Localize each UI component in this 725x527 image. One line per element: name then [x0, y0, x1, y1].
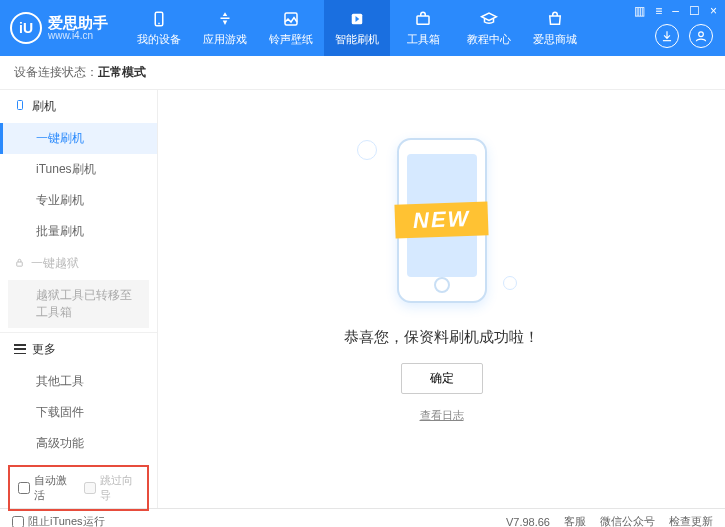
- flash-icon: [347, 9, 367, 29]
- sidebar-item-other-tools[interactable]: 其他工具: [0, 366, 157, 397]
- skin-icon[interactable]: ▥: [634, 4, 645, 18]
- logo-icon: iU: [10, 12, 42, 44]
- sidebar-header-label: 刷机: [32, 98, 56, 115]
- close-icon[interactable]: ×: [710, 4, 717, 18]
- nav-tutorials[interactable]: 教程中心: [456, 0, 522, 56]
- new-ribbon: NEW: [394, 201, 488, 238]
- sidebar-flash-header[interactable]: 刷机: [0, 90, 157, 123]
- window-controls: ▥ ≡ – ☐ ×: [634, 4, 717, 18]
- success-illustration: NEW: [357, 130, 527, 310]
- svg-rect-6: [18, 101, 23, 110]
- nav-toolbox[interactable]: 工具箱: [390, 0, 456, 56]
- footer-link-wechat[interactable]: 微信公众号: [600, 514, 655, 527]
- nav-label: 工具箱: [407, 32, 440, 47]
- sidebar-item-itunes[interactable]: iTunes刷机: [0, 154, 157, 185]
- checkbox-label: 自动激活: [34, 473, 74, 503]
- nav-bar: 我的设备 应用游戏 铃声壁纸 智能刷机 工具箱 教程中心 爱思商城: [126, 0, 588, 56]
- sidebar-item-oneclick[interactable]: 一键刷机: [0, 123, 157, 154]
- sidebar-jailbreak-header: 一键越狱: [0, 247, 157, 280]
- svg-rect-7: [17, 262, 23, 266]
- sidebar-item-pro[interactable]: 专业刷机: [0, 185, 157, 216]
- nav-my-device[interactable]: 我的设备: [126, 0, 192, 56]
- sidebar-jailbreak-note: 越狱工具已转移至工具箱: [8, 280, 149, 328]
- sidebar-more-header[interactable]: 更多: [0, 333, 157, 366]
- status-value: 正常模式: [98, 65, 146, 79]
- block-itunes-checkbox[interactable]: 阻止iTunes运行: [12, 514, 105, 527]
- nav-smart-flash[interactable]: 智能刷机: [324, 0, 390, 56]
- svg-rect-4: [417, 16, 429, 24]
- main-content: NEW 恭喜您，保资料刷机成功啦！ 确定 查看日志: [158, 90, 725, 508]
- maximize-icon[interactable]: ☐: [689, 4, 700, 18]
- skip-wizard-checkbox[interactable]: 跳过向导: [84, 473, 140, 503]
- menu-icon[interactable]: ≡: [655, 4, 662, 18]
- status-label: 设备连接状态：: [14, 65, 98, 79]
- confirm-button[interactable]: 确定: [401, 363, 483, 394]
- nav-label: 应用游戏: [203, 32, 247, 47]
- nav-label: 铃声壁纸: [269, 32, 313, 47]
- nav-ringtones[interactable]: 铃声壁纸: [258, 0, 324, 56]
- tutorial-icon: [479, 9, 499, 29]
- nav-label: 教程中心: [467, 32, 511, 47]
- app-header: iU 爱思助手 www.i4.cn 我的设备 应用游戏 铃声壁纸 智能刷机 工具…: [0, 0, 725, 56]
- checkbox-label: 跳过向导: [100, 473, 140, 503]
- flash-section-icon: [14, 99, 26, 114]
- lock-icon: [14, 257, 25, 271]
- download-button[interactable]: [655, 24, 679, 48]
- status-bar: 设备连接状态：正常模式: [0, 56, 725, 90]
- more-icon: [14, 344, 26, 354]
- minimize-icon[interactable]: –: [672, 4, 679, 18]
- footer-link-support[interactable]: 客服: [564, 514, 586, 527]
- nav-store[interactable]: 爱思商城: [522, 0, 588, 56]
- sidebar-item-advanced[interactable]: 高级功能: [0, 428, 157, 459]
- store-icon: [545, 9, 565, 29]
- sidebar: 刷机 一键刷机 iTunes刷机 专业刷机 批量刷机 一键越狱 越狱工具已转移至…: [0, 90, 158, 508]
- sidebar-header-label: 一键越狱: [31, 255, 79, 272]
- logo-area: iU 爱思助手 www.i4.cn: [10, 12, 108, 44]
- nav-apps[interactable]: 应用游戏: [192, 0, 258, 56]
- sidebar-header-label: 更多: [32, 341, 56, 358]
- device-icon: [149, 9, 169, 29]
- header-right-icons: [655, 24, 713, 48]
- footer-checkbox-label: 阻止iTunes运行: [28, 514, 105, 527]
- apps-icon: [215, 9, 235, 29]
- toolbox-icon: [413, 9, 433, 29]
- flash-options-box: 自动激活 跳过向导: [8, 465, 149, 511]
- app-name: 爱思助手: [48, 15, 108, 30]
- nav-label: 我的设备: [137, 32, 181, 47]
- footer-link-update[interactable]: 检查更新: [669, 514, 713, 527]
- version-label: V7.98.66: [506, 516, 550, 528]
- auto-activate-checkbox[interactable]: 自动激活: [18, 473, 74, 503]
- sidebar-item-download-firmware[interactable]: 下载固件: [0, 397, 157, 428]
- nav-label: 爱思商城: [533, 32, 577, 47]
- wallpaper-icon: [281, 9, 301, 29]
- view-log-link[interactable]: 查看日志: [420, 408, 464, 423]
- app-url: www.i4.cn: [48, 30, 108, 41]
- success-message: 恭喜您，保资料刷机成功啦！: [344, 328, 539, 347]
- sidebar-item-batch[interactable]: 批量刷机: [0, 216, 157, 247]
- nav-label: 智能刷机: [335, 32, 379, 47]
- svg-point-5: [699, 32, 704, 37]
- user-button[interactable]: [689, 24, 713, 48]
